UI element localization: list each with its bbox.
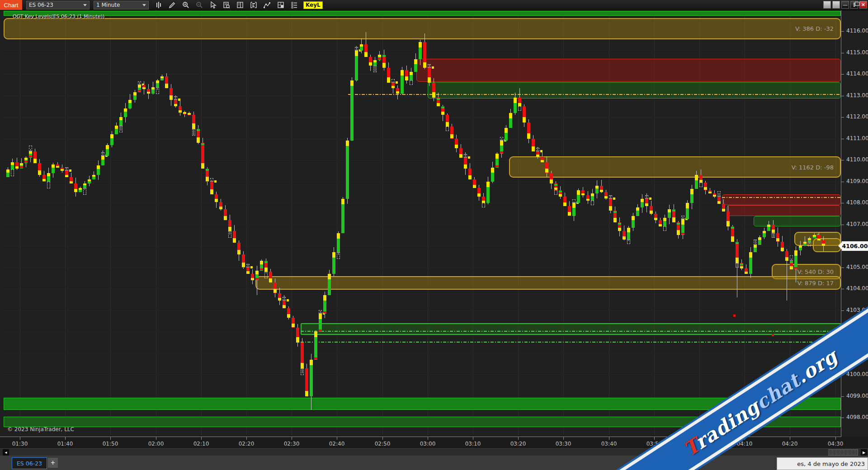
- time-tick: [292, 437, 292, 440]
- price-tick: [841, 310, 844, 311]
- keyl-indicator-button[interactable]: KeyL: [303, 1, 323, 9]
- candle-volume-segment: [269, 278, 272, 282]
- candle-volume-segment: [785, 257, 788, 261]
- chart-panel[interactable]: V: 386 D: -32V: 1162 D: -98V: 540 D: 30V…: [0, 10, 868, 437]
- tab-es-06-23[interactable]: ES 06-23: [12, 457, 47, 469]
- candle-volume-segment: [260, 261, 263, 264]
- minimize-button[interactable]: —: [841, 1, 849, 9]
- time-tick: [518, 437, 519, 440]
- candle-dashed-segment: [210, 178, 213, 182]
- price-tick-label: 4113.00: [846, 92, 868, 99]
- cursor-button[interactable]: [208, 1, 217, 9]
- price-tick-label: 4105.00: [846, 264, 868, 270]
- zoom-in-button[interactable]: [181, 1, 190, 9]
- interval-select[interactable]: 1 Minute: [94, 1, 149, 9]
- price-tick-label: 4098.00: [846, 414, 868, 420]
- key-level-4108b: [726, 205, 841, 216]
- candle-volume-segment: [668, 209, 671, 212]
- price-tick: [841, 160, 844, 160]
- candle-fleck: [441, 107, 444, 108]
- regression-button[interactable]: [263, 1, 272, 9]
- horizontal-gridline: [4, 375, 841, 375]
- price-tick-label: 4102.00: [846, 328, 868, 334]
- candle-volume-segment: [38, 170, 41, 175]
- candle-volume-segment: [274, 289, 277, 293]
- candle-dashed-segment: [410, 80, 413, 85]
- time-tick-label: 01:50: [97, 441, 124, 447]
- candle-volume-segment: [219, 207, 222, 209]
- candle-volume-segment: [387, 77, 390, 83]
- scrollbar-thumb[interactable]: [828, 449, 858, 456]
- data-box-button[interactable]: [222, 1, 231, 9]
- key-level-4102: [301, 323, 841, 335]
- instrument-select[interactable]: ES 06-23: [26, 1, 90, 9]
- candle-volume-segment: [632, 216, 635, 221]
- zoom-out-button[interactable]: [195, 1, 204, 9]
- candle-dashed-segment: [156, 87, 159, 94]
- candle-volume-segment: [124, 108, 127, 112]
- horizontal-gridline: [4, 139, 841, 139]
- scroll-right-button[interactable]: ▶: [861, 449, 867, 456]
- scroll-left-button[interactable]: ◄: [3, 449, 9, 456]
- restore-button[interactable]: [850, 1, 858, 9]
- candle-volume-segment: [355, 51, 358, 56]
- candle-volume-segment: [790, 266, 793, 269]
- chart-menu-button[interactable]: Chart: [0, 0, 22, 10]
- status-date: es, 4 de mayo de 2023: [777, 457, 868, 470]
- bar-type-button[interactable]: [154, 1, 163, 9]
- chart-trader-button[interactable]: [236, 1, 245, 9]
- candle-volume-segment: [509, 113, 512, 118]
- candle-volume-segment: [704, 187, 707, 190]
- candle-volume-segment: [364, 52, 368, 57]
- candle-volume-segment: [505, 128, 508, 133]
- candle-dashed-segment: [228, 231, 231, 238]
- candle-volume-segment: [278, 298, 281, 301]
- candle-dashed-segment: [645, 195, 648, 199]
- close-button[interactable]: ✕: [859, 1, 867, 9]
- candle-volume-segment: [813, 235, 816, 237]
- candle-dashed-segment: [808, 242, 811, 246]
- candle-volume-segment: [133, 92, 137, 95]
- candle-dashed-segment: [699, 183, 703, 187]
- candle-volume-segment: [581, 193, 585, 196]
- price-tick: [841, 396, 844, 397]
- candle-volume-segment: [459, 154, 462, 158]
- time-tick: [65, 437, 66, 440]
- time-axis[interactable]: 01:3001:4001:5002:0002:1002:2002:3002:40…: [0, 437, 868, 448]
- candle-dashed-segment: [355, 47, 358, 51]
- candle-volume-segment: [523, 117, 526, 122]
- time-tick: [382, 437, 383, 440]
- price-tick-label: 4111.00: [846, 135, 868, 141]
- candle-dashed-segment: [790, 255, 793, 261]
- panel-button-1[interactable]: [823, 1, 831, 9]
- price-tick: [841, 53, 844, 53]
- volume-dot: [468, 156, 470, 159]
- candle-fleck: [323, 311, 326, 313]
- horizontal-scrollbar[interactable]: ◄ ▶: [0, 448, 868, 456]
- price-tick-label: 4108.00: [846, 199, 868, 206]
- add-tab-button[interactable]: +: [48, 458, 58, 468]
- zigzag-line-icon: [263, 1, 271, 9]
- price-axis[interactable]: 4116.004115.004114.004113.004112.004111.…: [841, 10, 868, 437]
- volume-profile-button[interactable]: [249, 1, 258, 9]
- candle-volume-segment: [328, 274, 331, 279]
- drawing-tools-button[interactable]: [168, 1, 177, 9]
- price-tick-label: 4107.00: [846, 221, 868, 227]
- key-level-4114: [416, 59, 841, 82]
- candle-volume-segment: [20, 163, 23, 165]
- candle-volume-segment: [686, 203, 689, 208]
- time-tick: [428, 437, 428, 440]
- chart-plot-area[interactable]: V: 386 D: -32V: 1162 D: -98V: 540 D: 30V…: [4, 10, 841, 435]
- candle-dashed-segment: [554, 190, 557, 195]
- candle-volume-segment: [251, 278, 254, 280]
- panel-button-2[interactable]: [832, 1, 840, 9]
- candle-dashed-segment: [283, 297, 286, 301]
- candle-volume-segment: [88, 179, 91, 181]
- candle-fleck: [740, 263, 743, 265]
- candle-volume-segment: [754, 245, 757, 248]
- candle-volume-segment: [401, 70, 404, 75]
- indicator-list-button[interactable]: [290, 1, 299, 9]
- zoom-in-icon: [182, 1, 189, 9]
- candle-volume-segment: [224, 216, 227, 220]
- template-button[interactable]: [276, 1, 285, 9]
